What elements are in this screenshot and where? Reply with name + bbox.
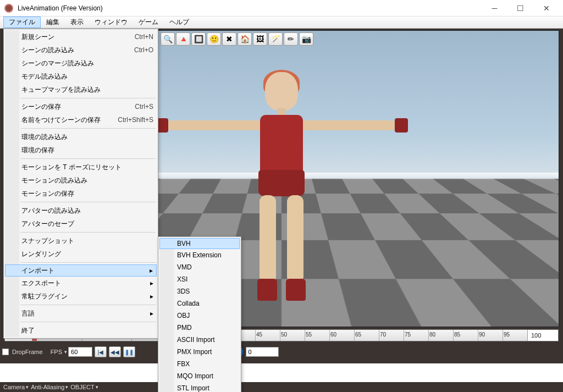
file-menu-item[interactable]: 環境の読み込み [5, 130, 157, 143]
status-object[interactable]: OBJECT [70, 384, 98, 390]
fps-spinner[interactable]: ▾ [64, 347, 92, 357]
file-menu-item[interactable]: シーンのマージ読み込み [5, 57, 157, 70]
menu-file[interactable]: ファイル [3, 16, 41, 28]
statusbar: Camera Anti-Aliasing OBJECT [0, 382, 563, 392]
menu-game[interactable]: ゲーム [133, 16, 164, 28]
playback-controls: DropFrame FPS ▾ |◀ ◀◀ ❚❚ Loop [2, 344, 559, 360]
file-menu-item[interactable]: モーションを T ポーズにリセット [5, 161, 157, 174]
file-menu-item[interactable]: 終了 [5, 324, 157, 337]
import-submenu-item[interactable]: VMD [159, 261, 240, 273]
app-icon [4, 4, 13, 13]
submenu-arrow-icon: ▸ [150, 279, 153, 287]
toolbar-shape-icon[interactable]: 🔺 [176, 32, 190, 46]
file-menu-item[interactable]: 名前をつけてシーンの保存Ctrl+Shift+S [5, 113, 157, 126]
file-menu-item[interactable]: レンダリング [5, 247, 157, 261]
toolbar-camera-icon[interactable]: 📷 [299, 32, 313, 46]
submenu-arrow-icon: ▸ [150, 292, 153, 300]
status-antialias[interactable]: Anti-Aliasing [31, 384, 68, 390]
menu-help[interactable]: ヘルプ [164, 16, 195, 28]
toolbar-panel-icon[interactable]: 🔲 [191, 32, 206, 46]
prev-frame-button[interactable]: ◀◀ [109, 346, 121, 357]
toolbar-zoom-icon[interactable]: 🔍 [161, 32, 175, 46]
maximize-button[interactable]: ☐ [508, 1, 533, 16]
toolbar-image-icon[interactable]: 🖼 [253, 32, 267, 46]
file-menu-item[interactable]: モデル読み込み [5, 70, 157, 83]
toolbar: 🔍 🔺 🔲 🙂 ✖ 🏠 🖼 🪄 ✏ 📷 [161, 32, 313, 48]
file-menu-item[interactable]: モーションの読み込み [5, 174, 157, 187]
import-submenu-item[interactable]: STL Import [159, 382, 240, 392]
import-submenu-item[interactable]: XSI [159, 273, 240, 285]
frame-input[interactable] [246, 347, 279, 357]
toolbar-delete-icon[interactable]: ✖ [222, 32, 236, 46]
window-title: LiveAnimation (Free Version) [18, 4, 482, 12]
window-buttons: ─ ☐ ✕ [482, 1, 559, 16]
import-submenu-item[interactable]: 3DS [159, 285, 240, 297]
fps-input[interactable] [68, 347, 92, 357]
menu-window[interactable]: ウィンドウ [89, 16, 133, 28]
import-submenu: BVHBVH ExtensionVMDXSI3DSColladaOBJPMDAS… [158, 236, 241, 392]
file-menu-item[interactable]: アバターのセーブ [5, 217, 157, 230]
status-camera[interactable]: Camera [3, 384, 29, 390]
file-menu-item[interactable]: シーンの読み込みCtrl+O [5, 43, 157, 57]
titlebar: LiveAnimation (Free Version) ─ ☐ ✕ [0, 0, 563, 16]
import-submenu-item[interactable]: PMD [159, 322, 240, 334]
import-submenu-item[interactable]: Collada [159, 297, 240, 310]
toolbar-face-icon[interactable]: 🙂 [207, 32, 221, 46]
import-submenu-item[interactable]: FBX [159, 358, 240, 370]
file-menu-item[interactable]: シーンの保存Ctrl+S [5, 100, 157, 113]
frame-counter[interactable] [246, 347, 279, 357]
file-menu-item[interactable]: 環境の保存 [5, 143, 157, 157]
file-menu-item[interactable]: アバターの読み込み [5, 204, 157, 217]
file-menu-item[interactable]: 常駐プラグイン▸ [5, 290, 157, 303]
submenu-arrow-icon: ▸ [150, 267, 153, 274]
file-menu-item[interactable]: キューブマップを読み込み [5, 83, 157, 96]
menu-edit[interactable]: 編集 [41, 16, 65, 28]
close-button[interactable]: ✕ [534, 1, 559, 16]
submenu-arrow-icon: ▸ [150, 310, 153, 317]
file-menu-item[interactable]: モーションの保存 [5, 187, 157, 200]
pause-button[interactable]: ❚❚ [123, 346, 135, 357]
dropframe-checkbox[interactable] [2, 349, 9, 355]
import-submenu-item[interactable]: MQO Import [159, 370, 240, 382]
dropframe-label: DropFrame [12, 349, 43, 355]
minimize-button[interactable]: ─ [482, 1, 507, 16]
menubar: ファイル 編集 表示 ウィンドウ ゲーム ヘルプ [0, 16, 563, 29]
menu-view[interactable]: 表示 [65, 16, 89, 28]
toolbar-wand-icon[interactable]: 🪄 [268, 32, 283, 46]
import-submenu-item[interactable]: BVH Extension [159, 249, 240, 261]
file-menu-item[interactable]: エクスポート▸ [5, 277, 157, 290]
import-submenu-item[interactable]: BVH [159, 238, 240, 249]
import-submenu-item[interactable]: ASCII Import [159, 334, 240, 346]
fps-label: FPS [51, 349, 62, 355]
first-frame-button[interactable]: |◀ [95, 346, 107, 357]
import-submenu-item[interactable]: PMX Import [159, 346, 240, 358]
file-menu-dropdown: 新規シーンCtrl+Nシーンの読み込みCtrl+Oシーンのマージ読み込みモデル読… [3, 29, 158, 339]
file-menu-item[interactable]: インポート▸ [5, 264, 157, 277]
import-submenu-item[interactable]: OBJ [159, 310, 240, 322]
toolbar-home-icon[interactable]: 🏠 [238, 32, 252, 46]
file-menu-item[interactable]: 言語▸ [5, 307, 157, 320]
timeline-end[interactable]: 100 [527, 330, 558, 341]
file-menu-item[interactable]: 新規シーンCtrl+N [5, 30, 157, 43]
file-menu-item[interactable]: スナップショット [5, 234, 157, 247]
toolbar-pencil-icon[interactable]: ✏ [284, 32, 298, 46]
